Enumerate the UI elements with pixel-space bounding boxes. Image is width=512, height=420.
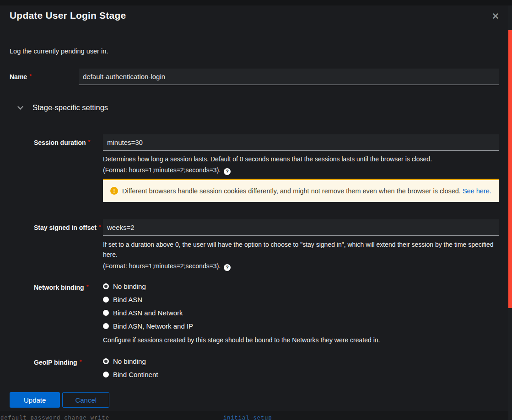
radio-geoip-no-binding[interactable]: No binding bbox=[103, 357, 499, 365]
background-clipped-link: initial-setup bbox=[223, 415, 272, 420]
name-label: Name* bbox=[10, 69, 79, 85]
radio-icon[interactable] bbox=[103, 310, 109, 316]
network-binding-form-group: Network binding* No binding Bind ASN Bin… bbox=[34, 282, 499, 346]
close-icon[interactable]: ✕ bbox=[492, 12, 499, 21]
radio-bind-continent[interactable]: Bind Continent bbox=[103, 371, 499, 378]
required-asterisk: * bbox=[86, 284, 89, 290]
stay-signed-in-form-group: Stay signed in offset* If set to a durat… bbox=[34, 219, 499, 271]
geoip-binding-form-group: GeoIP binding* No binding Bind Continent bbox=[34, 357, 499, 384]
radio-selected-icon[interactable] bbox=[103, 358, 109, 364]
stay-signed-in-control: If set to a duration above 0, the user w… bbox=[103, 219, 499, 271]
radio-icon[interactable] bbox=[103, 323, 109, 329]
required-asterisk: * bbox=[99, 224, 101, 230]
network-binding-help: Configure if sessions created by this st… bbox=[103, 335, 499, 346]
see-here-link[interactable]: See here. bbox=[463, 187, 491, 195]
session-duration-label: Session duration* bbox=[34, 134, 103, 202]
radio-bind-asn[interactable]: Bind ASN bbox=[103, 296, 499, 303]
modal-title: Update User Login Stage bbox=[10, 10, 126, 21]
radio-bind-asn-network[interactable]: Bind ASN and Network bbox=[103, 309, 499, 317]
help-tooltip-icon[interactable]: ? bbox=[224, 264, 231, 271]
session-duration-form-group: Session duration* Determines how long a … bbox=[34, 134, 499, 202]
background-clipped-text: default_password_change_write bbox=[0, 415, 109, 420]
page-top-edge bbox=[0, 0, 512, 5]
required-asterisk: * bbox=[29, 73, 32, 80]
stay-signed-in-format-help: (Format: hours=1;minutes=2;seconds=3). ? bbox=[103, 261, 499, 271]
session-duration-control: Determines how long a session lasts. Def… bbox=[103, 134, 499, 202]
background-page-strip: default_password_change_write initial-se… bbox=[0, 411, 508, 420]
radio-selected-icon[interactable] bbox=[103, 283, 109, 289]
warning-alert-text: Different browsers handle session cookie… bbox=[122, 186, 491, 196]
network-binding-label: Network binding* bbox=[34, 282, 103, 346]
stage-description: Log the currently pending user in. bbox=[10, 48, 108, 55]
radio-icon[interactable] bbox=[103, 297, 109, 303]
geoip-binding-control: No binding Bind Continent bbox=[103, 357, 499, 384]
warning-alert: ! Different browsers handle session cook… bbox=[103, 179, 499, 202]
chevron-down-icon bbox=[17, 104, 23, 110]
expander-label: Stage-specific settings bbox=[32, 103, 108, 112]
warning-icon: ! bbox=[110, 187, 118, 195]
session-duration-field[interactable] bbox=[103, 134, 499, 151]
stage-settings-expander[interactable]: Stage-specific settings bbox=[18, 103, 108, 112]
stay-signed-in-help: If set to a duration above 0, the user w… bbox=[103, 239, 499, 260]
session-duration-help: Determines how long a session lasts. Def… bbox=[103, 154, 499, 165]
stay-signed-in-label: Stay signed in offset* bbox=[34, 219, 103, 271]
scrollbar-thumb[interactable] bbox=[508, 30, 512, 308]
update-button[interactable]: Update bbox=[10, 392, 60, 408]
modal-footer: Update Cancel bbox=[10, 392, 109, 408]
required-asterisk: * bbox=[80, 359, 82, 365]
network-binding-control: No binding Bind ASN Bind ASN and Network… bbox=[103, 282, 499, 346]
help-tooltip-icon[interactable]: ? bbox=[224, 168, 231, 175]
name-field[interactable] bbox=[79, 69, 499, 85]
name-form-group: Name* bbox=[10, 69, 499, 85]
required-asterisk: * bbox=[88, 139, 91, 145]
stay-signed-in-offset-field[interactable] bbox=[103, 219, 499, 236]
radio-bind-asn-network-ip[interactable]: Bind ASN, Network and IP bbox=[103, 322, 499, 330]
cancel-button[interactable]: Cancel bbox=[62, 392, 109, 408]
geoip-binding-label: GeoIP binding* bbox=[34, 357, 103, 384]
radio-icon[interactable] bbox=[103, 372, 109, 377]
session-duration-format-help: (Format: hours=1;minutes=2;seconds=3). ? bbox=[103, 165, 499, 175]
radio-no-binding[interactable]: No binding bbox=[103, 282, 499, 290]
